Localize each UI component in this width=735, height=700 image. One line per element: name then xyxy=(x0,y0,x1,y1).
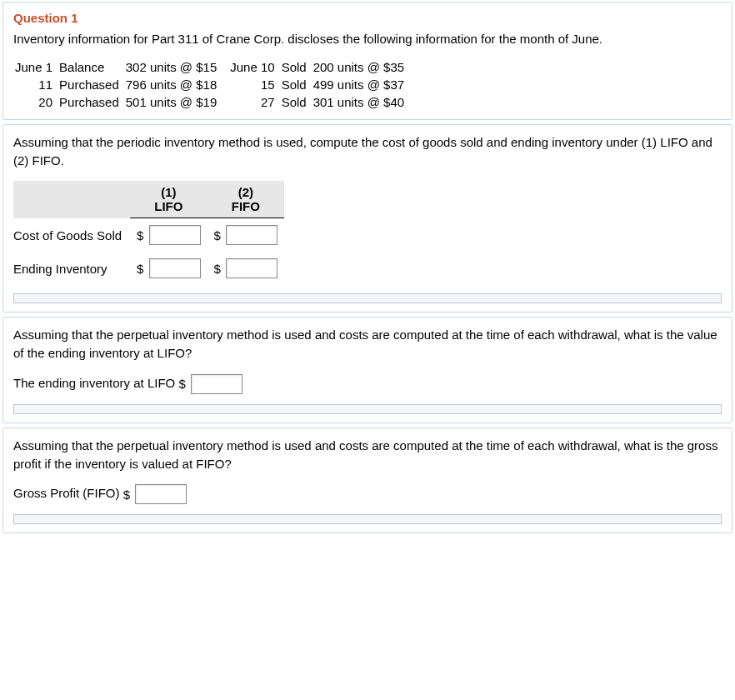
perpetual-lifo-prompt: The ending inventory at LIFO xyxy=(13,376,175,390)
dollar-sign: $ xyxy=(214,228,221,242)
ledger-table: June 1 Balance 302 units @ $15 June 10 S… xyxy=(13,58,409,111)
perpetual-lifo-card: Assuming that the perpetual inventory me… xyxy=(2,317,732,423)
dollar-sign: $ xyxy=(123,488,130,502)
ledger-left-date: June 1 xyxy=(13,58,58,76)
ledger-left-action: Purchased xyxy=(58,93,124,111)
question-card: Question 1 Inventory information for Par… xyxy=(2,2,732,120)
row-label-cogs: Cost of Goods Sold xyxy=(13,218,130,252)
ledger-right-date: June 10 xyxy=(228,58,279,76)
dollar-sign: $ xyxy=(178,377,185,391)
ledger-right-action: Sold xyxy=(280,93,312,111)
ledger-row: June 1 Balance 302 units @ $15 June 10 S… xyxy=(13,58,409,76)
ledger-right-date: 15 xyxy=(228,76,279,93)
periodic-table: (1) LIFO (2) FIFO Cost of Goods Sold $ $… xyxy=(13,181,284,285)
ledger-left-detail: 302 units @ $15 xyxy=(124,58,222,76)
col-header-fifo: (2) FIFO xyxy=(208,181,285,218)
dollar-sign: $ xyxy=(137,262,143,276)
ledger-right-action: Sold xyxy=(280,58,312,76)
perpetual-fifo-prompt: Gross Profit (FIFO) xyxy=(13,486,120,500)
perpetual-lifo-input[interactable] xyxy=(191,374,242,394)
ledger-right-action: Sold xyxy=(280,76,312,93)
perpetual-fifo-card: Assuming that the perpetual inventory me… xyxy=(2,428,732,534)
dollar-sign: $ xyxy=(214,262,221,276)
ledger-right-detail: 200 units @ $35 xyxy=(312,58,409,76)
cogs-fifo-input[interactable] xyxy=(226,225,278,245)
ledger-right-detail: 301 units @ $40 xyxy=(312,93,409,111)
question-intro: Inventory information for Part 311 of Cr… xyxy=(13,30,722,48)
divider-bar xyxy=(13,404,722,414)
divider-bar xyxy=(13,293,722,303)
endinv-fifo-input[interactable] xyxy=(226,258,278,278)
ledger-left-date: 20 xyxy=(13,93,58,111)
ledger-right-detail: 499 units @ $37 xyxy=(312,76,409,93)
ledger-left-action: Balance xyxy=(58,58,124,76)
perpetual-lifo-instructions: Assuming that the perpetual inventory me… xyxy=(13,326,722,362)
ledger-left-action: Purchased xyxy=(58,76,124,93)
periodic-instructions: Assuming that the periodic inventory met… xyxy=(13,133,722,170)
ledger-right-date: 27 xyxy=(228,93,279,111)
periodic-card: Assuming that the periodic inventory met… xyxy=(2,124,732,313)
dollar-sign: $ xyxy=(137,228,143,242)
divider-bar xyxy=(13,514,722,524)
perpetual-fifo-instructions: Assuming that the perpetual inventory me… xyxy=(13,437,722,473)
question-title: Question 1 xyxy=(13,11,722,25)
ledger-left-detail: 796 units @ $18 xyxy=(124,76,222,93)
row-label-ending-inv: Ending Inventory xyxy=(13,252,130,285)
ledger-row: 11 Purchased 796 units @ $18 15 Sold 499… xyxy=(13,76,409,93)
col-header-lifo: (1) LIFO xyxy=(130,181,208,218)
perpetual-fifo-input[interactable] xyxy=(135,484,187,504)
ledger-left-date: 11 xyxy=(13,76,58,93)
endinv-lifo-input[interactable] xyxy=(149,258,201,278)
ledger-row: 20 Purchased 501 units @ $19 27 Sold 301… xyxy=(13,93,409,111)
ledger-left-detail: 501 units @ $19 xyxy=(124,93,222,111)
cogs-lifo-input[interactable] xyxy=(149,225,201,245)
